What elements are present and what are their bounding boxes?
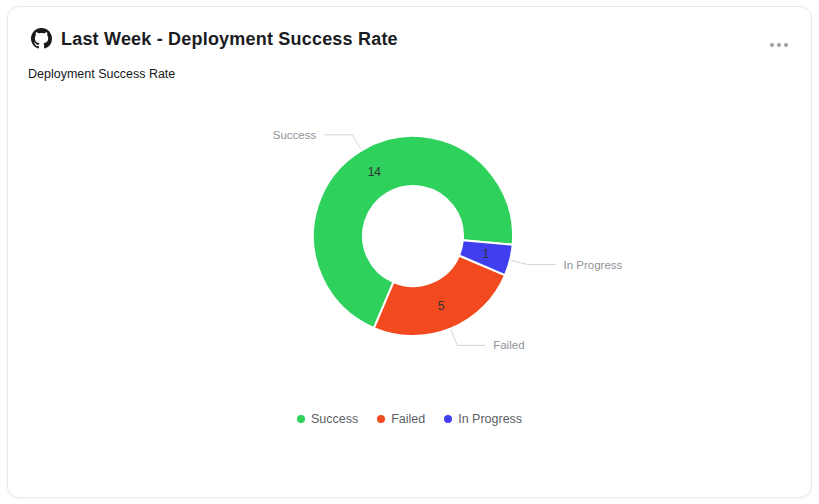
callout-label-in-progress: In Progress [563, 259, 622, 271]
callout-line-failed [451, 330, 485, 346]
chart-legend: Success Failed In Progress [8, 408, 811, 430]
legend-marker-in-progress [444, 415, 452, 423]
slice-value-failed: 5 [438, 299, 445, 313]
card-menu-button[interactable] [765, 35, 793, 55]
ellipsis-icon [770, 43, 788, 47]
legend-marker-success [297, 415, 305, 423]
callout-line-success [324, 135, 361, 150]
donut-chart: 14Success5Failed1In Progress [8, 87, 811, 417]
legend-item-failed[interactable]: Failed [377, 412, 425, 426]
legend-label: Success [311, 412, 358, 426]
callout-label-success: Success [273, 129, 317, 141]
slice-value-success: 14 [368, 165, 382, 179]
slice-value-in-progress: 1 [482, 247, 489, 261]
callout-label-failed: Failed [493, 339, 524, 351]
dashboard-widget-card: Last Week - Deployment Success Rate Depl… [7, 6, 812, 498]
legend-label: Failed [391, 412, 425, 426]
callout-line-in-progress [511, 260, 555, 264]
card-header: Last Week - Deployment Success Rate [8, 7, 811, 63]
legend-item-in-progress[interactable]: In Progress [444, 412, 522, 426]
chart-title: Deployment Success Rate [28, 67, 175, 81]
legend-label: In Progress [458, 412, 522, 426]
github-icon [31, 28, 52, 49]
legend-marker-failed [377, 415, 385, 423]
legend-item-success[interactable]: Success [297, 412, 358, 426]
card-title: Last Week - Deployment Success Rate [61, 29, 398, 50]
